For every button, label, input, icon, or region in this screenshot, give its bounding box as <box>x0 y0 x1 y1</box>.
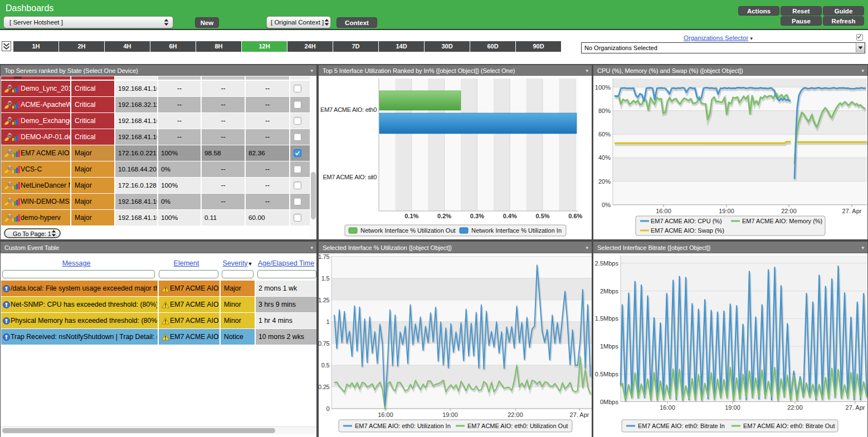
svg-text:16:00: 16:00 <box>656 208 671 214</box>
svg-text:27. Apr: 27. Apr <box>842 208 862 214</box>
svg-text:1.5Mbps: 1.5Mbps <box>595 315 619 322</box>
svg-text:19:00: 19:00 <box>719 208 734 214</box>
svg-text:19:00: 19:00 <box>442 411 458 418</box>
svg-text:0.5%: 0.5% <box>535 213 549 219</box>
svg-text:1.5: 1.5 <box>321 275 330 282</box>
svg-text:0.3%: 0.3% <box>470 213 484 219</box>
svg-text:EM7 ACME AIO: eth0: EM7 ACME AIO: eth0 <box>320 106 377 113</box>
svg-text:EM7 ACME AIO: eth0: Bitrate Ou: EM7 ACME AIO: eth0: Bitrate Out <box>743 423 835 429</box>
svg-text:0Mbps: 0Mbps <box>600 399 619 405</box>
svg-text:0.5: 0.5 <box>321 362 330 369</box>
svg-text:1.25: 1.25 <box>319 297 330 303</box>
svg-text:1: 1 <box>326 318 330 325</box>
svg-text:1.75: 1.75 <box>319 253 330 260</box>
svg-text:16:00: 16:00 <box>378 411 393 418</box>
svg-text:0.4%: 0.4% <box>503 213 517 219</box>
svg-text:EM7 ACME AIO: eth0: Utilizatio: EM7 ACME AIO: eth0: Utilization In <box>355 423 451 429</box>
svg-text:EM7 ACME AIO: eth0: Utilizatio: EM7 ACME AIO: eth0: Utilization Out <box>467 423 568 429</box>
svg-text:22:00: 22:00 <box>781 208 797 214</box>
svg-text:22:00: 22:00 <box>508 411 523 418</box>
svg-text:0.75: 0.75 <box>319 340 330 347</box>
svg-text:EM7 ACME AIO: Swap (%): EM7 ACME AIO: Swap (%) <box>651 227 724 234</box>
svg-text:0.2%: 0.2% <box>437 213 451 219</box>
svg-text:EM7 ACME AIO: sit0: EM7 ACME AIO: sit0 <box>323 174 377 180</box>
svg-text:2Mbps: 2Mbps <box>600 288 619 294</box>
svg-text:27. Apr: 27. Apr <box>846 404 865 411</box>
svg-text:20%: 20% <box>598 178 611 185</box>
svg-text:19:00: 19:00 <box>725 404 740 411</box>
svg-text:EM7 ACME AIO: Memory (%): EM7 ACME AIO: Memory (%) <box>742 218 822 224</box>
svg-text:0.5Mbps: 0.5Mbps <box>595 371 619 377</box>
svg-text:0: 0 <box>326 405 330 412</box>
svg-text:EM7 ACME AIO: eth0: Bitrate In: EM7 ACME AIO: eth0: Bitrate In <box>638 423 725 429</box>
svg-text:100%: 100% <box>595 84 611 91</box>
svg-text:1Mbps: 1Mbps <box>600 343 619 350</box>
svg-text:0.1%: 0.1% <box>404 213 418 219</box>
svg-text:16:00: 16:00 <box>660 404 675 411</box>
svg-text:2.5Mbps: 2.5Mbps <box>595 260 619 267</box>
svg-text:EM7 ACME AIO: CPU (%): EM7 ACME AIO: CPU (%) <box>651 218 722 224</box>
svg-text:Network Interface % Utilizatio: Network Interface % Utilization Out <box>360 227 456 234</box>
svg-text:22:00: 22:00 <box>787 404 803 411</box>
svg-text:0.6%: 0.6% <box>568 213 582 219</box>
svg-text:Network Interface % Utilizatio: Network Interface % Utilization In <box>471 227 562 234</box>
svg-text:0.25: 0.25 <box>319 384 330 390</box>
svg-text:40%: 40% <box>598 154 611 161</box>
svg-text:0%: 0% <box>602 202 611 208</box>
svg-text:27. Apr: 27. Apr <box>570 411 589 418</box>
svg-text:60%: 60% <box>598 131 611 138</box>
svg-text:80%: 80% <box>598 107 611 114</box>
